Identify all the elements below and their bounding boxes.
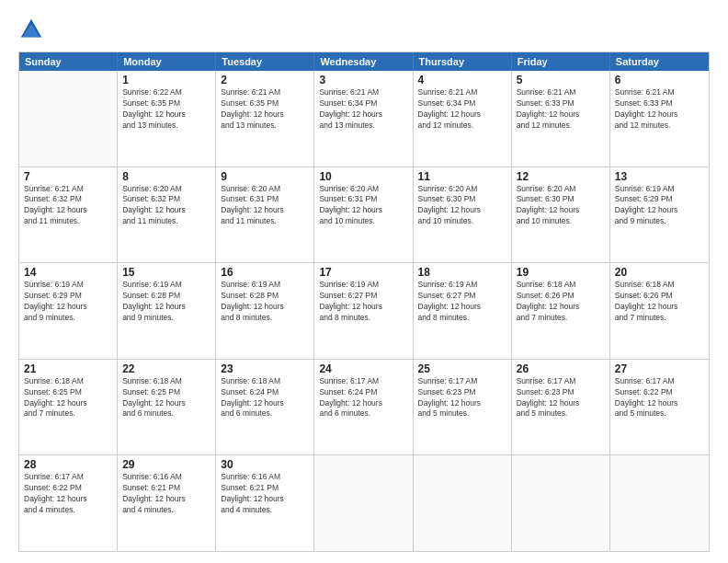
calendar-cell: 18Sunrise: 6:19 AMSunset: 6:27 PMDayligh… (414, 263, 512, 359)
day-number: 29 (122, 458, 210, 471)
calendar-week-3: 14Sunrise: 6:19 AMSunset: 6:29 PMDayligh… (19, 262, 709, 359)
calendar-cell: 8Sunrise: 6:20 AMSunset: 6:32 PMDaylight… (118, 167, 216, 263)
calendar-cell: 23Sunrise: 6:18 AMSunset: 6:24 PMDayligh… (216, 360, 314, 455)
calendar-cell: 24Sunrise: 6:17 AMSunset: 6:24 PMDayligh… (314, 360, 413, 455)
calendar-cell: 6Sunrise: 6:21 AMSunset: 6:33 PMDaylight… (610, 71, 709, 167)
day-info: Sunrise: 6:21 AMSunset: 6:33 PMDaylight:… (615, 87, 704, 132)
calendar-cell: 25Sunrise: 6:17 AMSunset: 6:23 PMDayligh… (414, 360, 512, 455)
calendar-cell: 10Sunrise: 6:20 AMSunset: 6:31 PMDayligh… (314, 167, 413, 263)
header-day-wednesday: Wednesday (314, 52, 413, 71)
calendar-cell: 26Sunrise: 6:17 AMSunset: 6:23 PMDayligh… (512, 360, 610, 455)
header-day-monday: Monday (118, 52, 216, 71)
calendar-cell: 7Sunrise: 6:21 AMSunset: 6:32 PMDaylight… (19, 167, 118, 263)
day-info: Sunrise: 6:17 AMSunset: 6:22 PMDaylight:… (24, 472, 112, 516)
day-info: Sunrise: 6:20 AMSunset: 6:32 PMDaylight:… (122, 184, 210, 228)
day-info: Sunrise: 6:19 AMSunset: 6:27 PMDaylight:… (319, 280, 407, 324)
day-info: Sunrise: 6:20 AMSunset: 6:31 PMDaylight:… (319, 184, 407, 228)
calendar-week-5: 28Sunrise: 6:17 AMSunset: 6:22 PMDayligh… (19, 454, 709, 551)
calendar-cell: 27Sunrise: 6:17 AMSunset: 6:22 PMDayligh… (610, 360, 709, 455)
day-number: 14 (24, 266, 112, 279)
calendar-cell: 28Sunrise: 6:17 AMSunset: 6:22 PMDayligh… (19, 455, 118, 551)
calendar-week-1: 1Sunrise: 6:22 AMSunset: 6:35 PMDaylight… (19, 71, 709, 167)
day-info: Sunrise: 6:17 AMSunset: 6:23 PMDaylight:… (418, 376, 506, 420)
day-info: Sunrise: 6:17 AMSunset: 6:23 PMDaylight:… (517, 376, 605, 420)
calendar-cell: 19Sunrise: 6:18 AMSunset: 6:26 PMDayligh… (512, 263, 610, 359)
header-day-friday: Friday (512, 52, 610, 71)
day-info: Sunrise: 6:16 AMSunset: 6:21 PMDaylight:… (122, 472, 210, 516)
day-info: Sunrise: 6:21 AMSunset: 6:35 PMDaylight:… (221, 87, 309, 132)
day-info: Sunrise: 6:20 AMSunset: 6:30 PMDaylight:… (418, 184, 506, 228)
day-number: 20 (615, 266, 704, 279)
logo (18, 17, 48, 42)
calendar-cell (414, 455, 512, 551)
day-number: 24 (319, 362, 407, 375)
day-info: Sunrise: 6:19 AMSunset: 6:29 PMDaylight:… (615, 184, 704, 228)
calendar-cell: 4Sunrise: 6:21 AMSunset: 6:34 PMDaylight… (414, 71, 512, 167)
day-number: 25 (418, 362, 506, 375)
day-info: Sunrise: 6:18 AMSunset: 6:25 PMDaylight:… (122, 376, 210, 420)
day-number: 1 (122, 74, 210, 86)
calendar-cell: 22Sunrise: 6:18 AMSunset: 6:25 PMDayligh… (118, 360, 216, 455)
calendar-cell (610, 455, 709, 551)
day-number: 27 (615, 362, 704, 375)
header-day-sunday: Sunday (19, 52, 118, 71)
calendar-cell: 11Sunrise: 6:20 AMSunset: 6:30 PMDayligh… (414, 167, 512, 263)
day-number: 4 (418, 74, 506, 86)
day-info: Sunrise: 6:19 AMSunset: 6:28 PMDaylight:… (221, 280, 309, 324)
calendar-cell (19, 71, 118, 167)
day-info: Sunrise: 6:20 AMSunset: 6:30 PMDaylight:… (517, 184, 605, 228)
calendar-week-4: 21Sunrise: 6:18 AMSunset: 6:25 PMDayligh… (19, 359, 709, 455)
calendar-cell: 17Sunrise: 6:19 AMSunset: 6:27 PMDayligh… (314, 263, 413, 359)
calendar-week-2: 7Sunrise: 6:21 AMSunset: 6:32 PMDaylight… (19, 167, 709, 263)
day-number: 12 (517, 170, 605, 183)
calendar-cell: 29Sunrise: 6:16 AMSunset: 6:21 PMDayligh… (118, 455, 216, 551)
day-number: 13 (615, 170, 704, 183)
day-number: 3 (319, 74, 407, 86)
calendar-cell: 13Sunrise: 6:19 AMSunset: 6:29 PMDayligh… (610, 167, 709, 263)
day-number: 22 (122, 362, 210, 375)
day-number: 6 (615, 74, 704, 86)
calendar-cell: 20Sunrise: 6:18 AMSunset: 6:26 PMDayligh… (610, 263, 709, 359)
day-info: Sunrise: 6:19 AMSunset: 6:27 PMDaylight:… (418, 280, 506, 324)
day-number: 16 (221, 266, 309, 279)
day-info: Sunrise: 6:21 AMSunset: 6:34 PMDaylight:… (319, 87, 407, 132)
calendar-cell: 16Sunrise: 6:19 AMSunset: 6:28 PMDayligh… (216, 263, 314, 359)
day-info: Sunrise: 6:20 AMSunset: 6:31 PMDaylight:… (221, 184, 309, 228)
calendar-header: SundayMondayTuesdayWednesdayThursdayFrid… (19, 52, 709, 71)
day-info: Sunrise: 6:17 AMSunset: 6:22 PMDaylight:… (615, 376, 704, 420)
logo-icon (18, 17, 44, 42)
calendar-cell (512, 455, 610, 551)
day-info: Sunrise: 6:18 AMSunset: 6:26 PMDaylight:… (615, 280, 704, 324)
day-number: 10 (319, 170, 407, 183)
header-day-thursday: Thursday (414, 52, 512, 71)
day-number: 11 (418, 170, 506, 183)
header-day-saturday: Saturday (610, 52, 709, 71)
calendar-body: 1Sunrise: 6:22 AMSunset: 6:35 PMDaylight… (19, 71, 709, 551)
day-info: Sunrise: 6:21 AMSunset: 6:34 PMDaylight:… (418, 87, 506, 132)
day-info: Sunrise: 6:22 AMSunset: 6:35 PMDaylight:… (122, 87, 210, 132)
day-number: 9 (221, 170, 309, 183)
calendar-cell: 12Sunrise: 6:20 AMSunset: 6:30 PMDayligh… (512, 167, 610, 263)
day-info: Sunrise: 6:16 AMSunset: 6:21 PMDaylight:… (221, 472, 309, 516)
calendar-cell: 15Sunrise: 6:19 AMSunset: 6:28 PMDayligh… (118, 263, 216, 359)
day-number: 21 (24, 362, 112, 375)
day-number: 26 (517, 362, 605, 375)
calendar-cell: 14Sunrise: 6:19 AMSunset: 6:29 PMDayligh… (19, 263, 118, 359)
day-info: Sunrise: 6:18 AMSunset: 6:25 PMDaylight:… (24, 376, 112, 420)
day-info: Sunrise: 6:21 AMSunset: 6:33 PMDaylight:… (517, 87, 605, 132)
day-number: 2 (221, 74, 309, 86)
day-number: 18 (418, 266, 506, 279)
header (18, 17, 710, 42)
day-number: 30 (221, 458, 309, 471)
calendar-cell (314, 455, 413, 551)
day-info: Sunrise: 6:19 AMSunset: 6:29 PMDaylight:… (24, 280, 112, 324)
day-number: 28 (24, 458, 112, 471)
calendar-cell: 30Sunrise: 6:16 AMSunset: 6:21 PMDayligh… (216, 455, 314, 551)
day-number: 5 (517, 74, 605, 86)
calendar: SundayMondayTuesdayWednesdayThursdayFrid… (18, 52, 710, 552)
day-info: Sunrise: 6:18 AMSunset: 6:24 PMDaylight:… (221, 376, 309, 420)
day-number: 17 (319, 266, 407, 279)
day-info: Sunrise: 6:18 AMSunset: 6:26 PMDaylight:… (517, 280, 605, 324)
day-info: Sunrise: 6:21 AMSunset: 6:32 PMDaylight:… (24, 184, 112, 228)
day-number: 23 (221, 362, 309, 375)
